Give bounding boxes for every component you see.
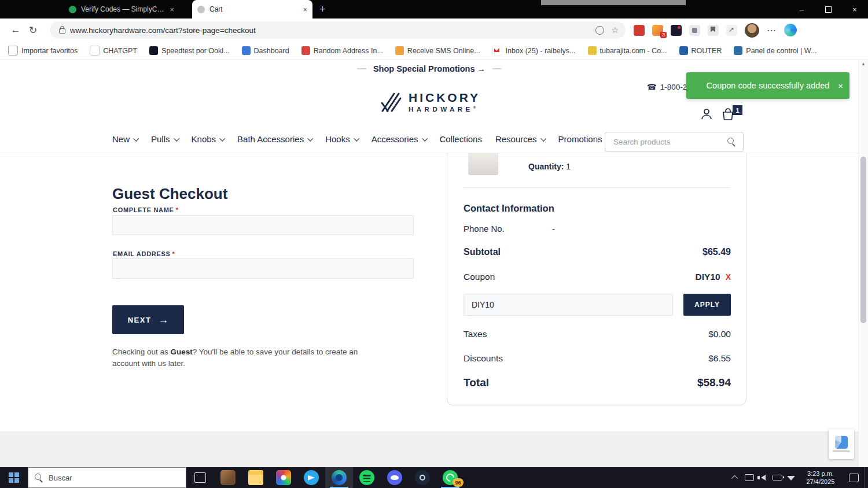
logo-text: HICKORY HARDWARE® xyxy=(409,91,480,113)
nav-item-hooks[interactable]: Hooks xyxy=(325,134,358,144)
show-desktop-button[interactable] xyxy=(864,467,868,488)
tab-close-icon[interactable]: × xyxy=(170,5,174,14)
apply-coupon-button[interactable]: APPLY xyxy=(683,294,731,316)
bookmark-item[interactable]: Random Address In... xyxy=(301,46,383,55)
display-tray-icon[interactable] xyxy=(742,474,756,481)
nav-item-accessories[interactable]: Accessories xyxy=(372,134,426,144)
bookmark-item[interactable]: ROUTER xyxy=(679,46,722,55)
bookmark-label: tubarajita.com - Co... xyxy=(600,47,667,55)
discord-button[interactable] xyxy=(381,467,409,488)
spotify-button[interactable] xyxy=(353,467,381,488)
url-text[interactable]: www.hickoryhardware.com/cart?store-page=… xyxy=(70,26,590,35)
extension-badge: 3 xyxy=(660,32,667,38)
copilot-icon[interactable] xyxy=(784,24,797,36)
product-search[interactable] xyxy=(605,132,744,152)
bookmark-star-icon[interactable]: ☆ xyxy=(611,25,619,35)
nav-item-collections[interactable]: Collections xyxy=(440,134,482,144)
discounts-label: Discounts xyxy=(464,353,503,364)
bookmark-item[interactable]: Importar favoritos xyxy=(8,46,78,56)
total-row: Total $58.94 xyxy=(464,376,731,389)
subtotal-row: Subtotal $65.49 xyxy=(464,247,731,257)
tab-close-icon[interactable]: × xyxy=(303,5,307,14)
bookmark-label: ROUTER xyxy=(692,47,722,55)
discord-icon xyxy=(387,470,402,485)
speedtest-favicon xyxy=(149,46,158,55)
profile-avatar[interactable] xyxy=(745,23,759,38)
bookmark-item[interactable]: Speedtest por Ookl... xyxy=(149,46,229,55)
complete-name-field[interactable] xyxy=(112,215,414,235)
recaptcha-badge[interactable] xyxy=(829,429,854,459)
nav-item-knobs[interactable]: Knobs xyxy=(192,134,225,144)
photos-app-button[interactable] xyxy=(270,467,297,488)
extensions-puzzle-icon[interactable] xyxy=(689,25,700,36)
file-explorer-button[interactable] xyxy=(242,467,270,488)
page-footer xyxy=(0,431,859,467)
subtotal-value: $65.49 xyxy=(703,247,731,257)
translate-icon[interactable] xyxy=(595,26,604,35)
bookmark-item[interactable]: tubarajita.com - Co... xyxy=(588,46,667,55)
back-button[interactable]: ← xyxy=(7,21,24,39)
bookmark-item[interactable]: Inbox (25) - raibelys... xyxy=(492,46,576,56)
address-bar[interactable]: www.hickoryhardware.com/cart?store-page=… xyxy=(50,21,626,39)
edge-button[interactable] xyxy=(325,467,353,488)
bookmark-item[interactable]: Dashboard xyxy=(242,46,289,55)
page-scrollbar[interactable]: ▲ xyxy=(858,60,868,467)
pinned-app-button[interactable] xyxy=(214,467,242,488)
steam-icon xyxy=(415,470,430,485)
collections-icon[interactable] xyxy=(708,25,719,36)
scroll-up-arrow[interactable]: ▲ xyxy=(859,61,868,66)
bookmark-item[interactable]: Receive SMS Online... xyxy=(395,46,480,55)
account-icon[interactable] xyxy=(700,108,713,120)
coupon-input[interactable] xyxy=(464,294,673,316)
nav-item-promotions[interactable]: Promotions xyxy=(558,134,602,144)
network-tray-icon[interactable] xyxy=(784,475,798,480)
tab-cart[interactable]: Cart × xyxy=(192,0,312,19)
reload-button[interactable]: ↻ xyxy=(24,21,42,39)
browser-menu-icon[interactable]: ⋯ xyxy=(767,25,777,36)
start-button[interactable] xyxy=(0,467,28,488)
volume-tray-icon[interactable] xyxy=(756,475,770,480)
share-icon[interactable] xyxy=(726,25,737,36)
coupon-extension-icon[interactable]: 3 xyxy=(652,25,663,36)
edge-icon xyxy=(332,470,347,485)
battery-tray-icon[interactable] xyxy=(770,475,784,480)
gmail-favicon xyxy=(492,46,502,56)
telegram-button[interactable] xyxy=(297,467,325,488)
discounts-value: $6.55 xyxy=(708,353,731,364)
product-search-input[interactable] xyxy=(612,137,727,147)
cart-button[interactable]: 1 xyxy=(721,108,735,124)
chevron-down-icon xyxy=(540,136,546,142)
tab-simplycodes[interactable]: Verify Codes — SimplyCodes × xyxy=(64,0,179,19)
tray-expand-button[interactable] xyxy=(729,475,742,480)
remove-coupon-button[interactable]: X xyxy=(726,272,731,282)
minimize-button[interactable]: – xyxy=(788,0,815,19)
close-button[interactable]: × xyxy=(841,0,868,19)
notification-center-button[interactable] xyxy=(843,474,864,482)
toast-close-icon[interactable]: × xyxy=(838,81,843,91)
nav-item-pulls[interactable]: Pulls xyxy=(151,134,178,144)
nav-item-bath-accessories[interactable]: Bath Accessories xyxy=(237,134,312,144)
whatsapp-button[interactable]: 96 xyxy=(436,467,464,488)
extension-icon[interactable] xyxy=(671,25,682,36)
email-field[interactable] xyxy=(112,258,414,279)
maximize-button[interactable] xyxy=(815,0,841,19)
recaptcha-icon xyxy=(835,436,848,449)
bookmark-item[interactable]: CHATGPT xyxy=(90,46,137,56)
browser-titlebar: Verify Codes — SimplyCodes × Cart × + – … xyxy=(0,0,868,19)
random-address-favicon xyxy=(301,46,310,55)
steam-button[interactable] xyxy=(409,467,436,488)
taskbar-search[interactable]: Buscar xyxy=(28,467,186,488)
adblock-extension-icon[interactable] xyxy=(634,25,645,36)
search-icon[interactable] xyxy=(727,138,736,146)
scrollbar-thumb[interactable] xyxy=(860,157,866,323)
windows-taskbar: Buscar 96 3:23 p.m. 27/4/2025 xyxy=(0,467,868,488)
next-button[interactable]: NEXT → xyxy=(112,305,184,334)
nav-item-resources[interactable]: Resources xyxy=(495,134,545,144)
site-favicon xyxy=(588,46,597,55)
nav-item-new[interactable]: New xyxy=(112,134,138,144)
taskbar-clock[interactable]: 3:23 p.m. 27/4/2025 xyxy=(798,469,843,486)
guest-note: Checking out as Guest? You'll be able to… xyxy=(112,346,374,370)
task-view-button[interactable] xyxy=(186,467,214,488)
new-tab-button[interactable]: + xyxy=(319,0,326,19)
bookmark-item[interactable]: Panel de control | W... xyxy=(734,46,816,55)
